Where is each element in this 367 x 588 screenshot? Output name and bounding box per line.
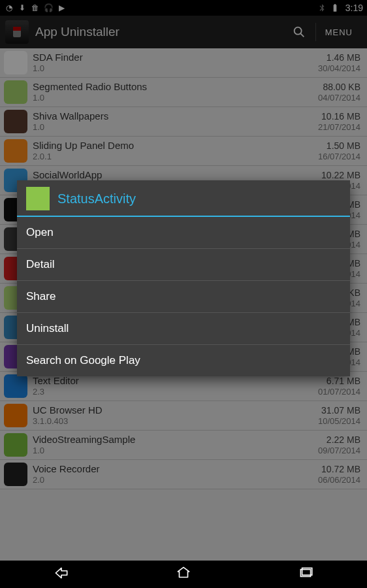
nav-recent-button[interactable]: [297, 564, 314, 584]
context-dialog: StatusActivity OpenDetailShareUninstallS…: [17, 180, 350, 376]
dialog-title: StatusActivity: [57, 191, 136, 206]
dialog-app-icon: [26, 187, 50, 210]
dialog-item[interactable]: Open: [17, 217, 350, 248]
dialog-item[interactable]: Detail: [17, 248, 350, 280]
nav-home-button[interactable]: [175, 564, 192, 584]
dialog-header: StatusActivity: [17, 180, 350, 216]
nav-back-button[interactable]: [53, 564, 70, 584]
dialog-item[interactable]: Uninstall: [17, 312, 350, 344]
nav-bar: [0, 561, 367, 588]
dialog-item[interactable]: Share: [17, 280, 350, 312]
dialog-item[interactable]: Search on Google Play: [17, 344, 350, 376]
